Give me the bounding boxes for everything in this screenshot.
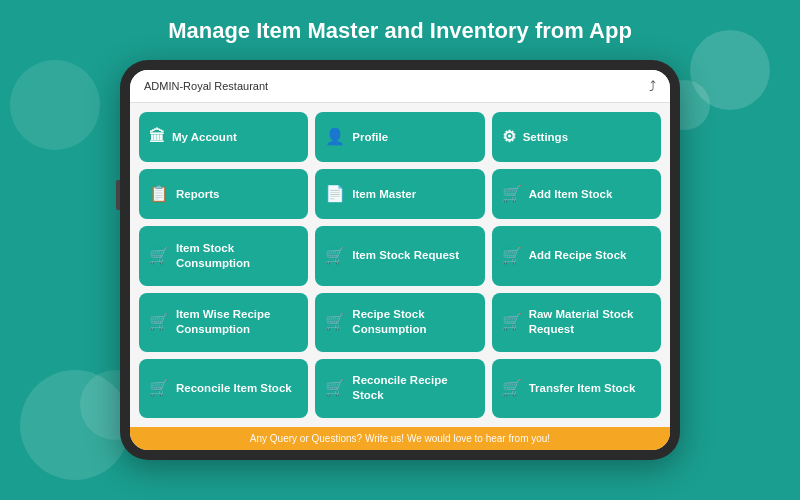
menu-label-item-master: Item Master: [352, 187, 474, 202]
page-title: Manage Item Master and Inventory from Ap…: [0, 0, 800, 58]
menu-icon-profile: 👤: [325, 127, 345, 148]
menu-btn-profile[interactable]: 👤Profile: [315, 112, 484, 162]
menu-icon-item-stock-consumption: 🛒: [149, 246, 169, 267]
tablet-frame: ADMIN-Royal Restaurant ⤴ 🏛My Account👤Pro…: [120, 60, 680, 460]
menu-icon-transfer-item-stock: 🛒: [502, 378, 522, 399]
menu-icon-reports: 📋: [149, 184, 169, 205]
menu-btn-reports[interactable]: 📋Reports: [139, 169, 308, 219]
menu-icon-add-item-stock: 🛒: [502, 184, 522, 205]
menu-icon-add-recipe-stock: 🛒: [502, 246, 522, 267]
tablet-side-button: [116, 180, 120, 210]
screen-header: ADMIN-Royal Restaurant ⤴: [130, 70, 670, 103]
menu-label-item-stock-request: Item Stock Request: [352, 248, 474, 263]
menu-btn-recipe-stock-consumption[interactable]: 🛒Recipe Stock Consumption: [315, 293, 484, 352]
menu-label-raw-material-stock-request: Raw Material Stock Request: [529, 307, 651, 337]
menu-label-reconcile-recipe-stock: Reconcile Recipe Stock: [352, 373, 474, 403]
menu-btn-add-recipe-stock[interactable]: 🛒Add Recipe Stock: [492, 226, 661, 285]
menu-label-transfer-item-stock: Transfer Item Stock: [529, 381, 651, 396]
menu-icon-settings: ⚙: [502, 127, 516, 148]
menu-label-my-account: My Account: [172, 130, 298, 145]
menu-label-settings: Settings: [523, 130, 651, 145]
menu-btn-reconcile-recipe-stock[interactable]: 🛒Reconcile Recipe Stock: [315, 359, 484, 418]
menu-btn-transfer-item-stock[interactable]: 🛒Transfer Item Stock: [492, 359, 661, 418]
menu-label-profile: Profile: [352, 130, 474, 145]
menu-label-add-item-stock: Add Item Stock: [529, 187, 651, 202]
menu-label-recipe-stock-consumption: Recipe Stock Consumption: [352, 307, 474, 337]
menu-btn-item-stock-request[interactable]: 🛒Item Stock Request: [315, 226, 484, 285]
bg-circle-top-left: [10, 60, 100, 150]
menu-icon-reconcile-item-stock: 🛒: [149, 378, 169, 399]
menu-icon-item-wise-recipe-consumption: 🛒: [149, 312, 169, 333]
menu-btn-my-account[interactable]: 🏛My Account: [139, 112, 308, 162]
menu-grid: 🏛My Account👤Profile⚙Settings📋Reports📄Ite…: [130, 103, 670, 427]
menu-btn-item-stock-consumption[interactable]: 🛒Item Stock Consumption: [139, 226, 308, 285]
menu-btn-item-master[interactable]: 📄Item Master: [315, 169, 484, 219]
admin-label: ADMIN-Royal Restaurant: [144, 80, 268, 92]
menu-icon-item-master: 📄: [325, 184, 345, 205]
share-icon[interactable]: ⤴: [649, 78, 656, 94]
tablet-screen: ADMIN-Royal Restaurant ⤴ 🏛My Account👤Pro…: [130, 70, 670, 450]
menu-btn-add-item-stock[interactable]: 🛒Add Item Stock: [492, 169, 661, 219]
menu-btn-item-wise-recipe-consumption[interactable]: 🛒Item Wise Recipe Consumption: [139, 293, 308, 352]
menu-icon-item-stock-request: 🛒: [325, 246, 345, 267]
menu-label-add-recipe-stock: Add Recipe Stock: [529, 248, 651, 263]
menu-icon-reconcile-recipe-stock: 🛒: [325, 378, 345, 399]
bottom-bar: Any Query or Questions? Write us! We wou…: [130, 427, 670, 450]
menu-icon-recipe-stock-consumption: 🛒: [325, 312, 345, 333]
menu-label-reports: Reports: [176, 187, 298, 202]
menu-btn-raw-material-stock-request[interactable]: 🛒Raw Material Stock Request: [492, 293, 661, 352]
menu-btn-settings[interactable]: ⚙Settings: [492, 112, 661, 162]
menu-btn-reconcile-item-stock[interactable]: 🛒Reconcile Item Stock: [139, 359, 308, 418]
menu-icon-raw-material-stock-request: 🛒: [502, 312, 522, 333]
menu-label-item-wise-recipe-consumption: Item Wise Recipe Consumption: [176, 307, 298, 337]
menu-icon-my-account: 🏛: [149, 127, 165, 148]
bottom-bar-text: Any Query or Questions? Write us! We wou…: [250, 433, 550, 444]
menu-label-reconcile-item-stock: Reconcile Item Stock: [176, 381, 298, 396]
menu-label-item-stock-consumption: Item Stock Consumption: [176, 241, 298, 271]
